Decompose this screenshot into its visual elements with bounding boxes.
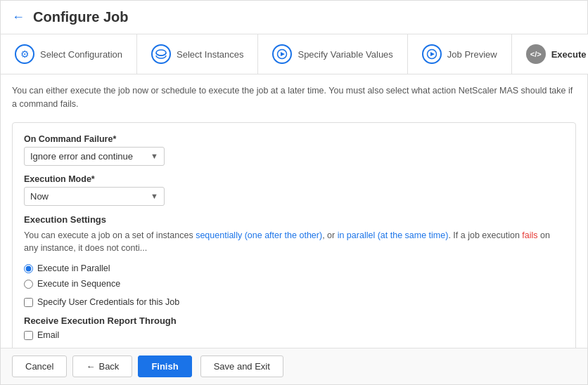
command-failure-chevron: ▼: [151, 152, 158, 160]
tab-select-configuration-label: Select Configuration: [40, 49, 122, 60]
radio-sequence-input[interactable]: [24, 280, 33, 289]
page-title: Configure Job: [33, 9, 129, 25]
command-failure-group: On Command Failure* Ignore error and con…: [24, 134, 564, 166]
radio-parallel-label: Execute in Parallel: [37, 263, 110, 273]
svg-marker-2: [281, 52, 285, 56]
cancel-button[interactable]: Cancel: [12, 355, 67, 377]
execution-mode-select[interactable]: Now ▼: [24, 187, 165, 206]
email-checkbox-label: Email: [37, 330, 59, 340]
radio-sequence-label: Execute in Sequence: [37, 279, 120, 289]
tab-job-preview-label: Job Preview: [447, 49, 497, 60]
email-checkbox-item[interactable]: Email: [24, 330, 564, 340]
main-content: You can either execute the job now or sc…: [1, 74, 587, 348]
tab-variable-icon: [272, 44, 292, 64]
execution-settings-title: Execution Settings: [24, 214, 564, 225]
email-checkbox-input[interactable]: [24, 331, 33, 340]
tab-config-icon: ⚙: [15, 44, 34, 64]
save-exit-button[interactable]: Save and Exit: [200, 355, 283, 377]
execution-mode-group: Execution Mode* Now ▼: [24, 174, 564, 206]
svg-marker-4: [430, 52, 435, 56]
finish-button[interactable]: Finish: [138, 355, 191, 377]
back-label: Back: [98, 361, 119, 372]
command-failure-value: Ignore error and continue: [30, 151, 133, 162]
execution-mode-radio-group: Execute in Parallel Execute in Sequence: [24, 263, 564, 289]
execution-mode-label: Execution Mode*: [24, 174, 564, 184]
tab-execute-icon: </>: [526, 44, 546, 64]
tab-execute[interactable]: </> Execute: [512, 34, 588, 74]
tab-specify-variable[interactable]: Specify Variable Values: [258, 34, 407, 74]
radio-parallel[interactable]: Execute in Parallel: [24, 263, 564, 273]
execution-mode-chevron: ▼: [151, 192, 158, 200]
command-failure-select[interactable]: Ignore error and continue ▼: [24, 147, 165, 166]
back-arrow-icon: ←: [86, 361, 95, 372]
intro-text: You can either execute the job now or sc…: [12, 84, 576, 111]
tab-select-instances-label: Select Instances: [177, 49, 243, 60]
back-button[interactable]: ← Back: [72, 355, 132, 377]
receive-report-title: Receive Execution Report Through: [24, 315, 564, 326]
execution-settings-desc: You can execute a job on a set of instan…: [24, 229, 564, 256]
header: ← Configure Job: [1, 1, 587, 34]
credentials-checkbox-item[interactable]: Specify User Credentials for this Job: [24, 297, 564, 307]
form-section: On Command Failure* Ignore error and con…: [12, 122, 576, 348]
tab-preview-icon: [422, 44, 442, 64]
credentials-checkbox-input[interactable]: [24, 298, 33, 307]
tab-select-configuration[interactable]: ⚙ Select Configuration: [1, 34, 137, 74]
radio-parallel-input[interactable]: [24, 264, 33, 273]
execution-mode-value: Now: [30, 191, 49, 202]
tab-specify-variable-label: Specify Variable Values: [298, 49, 392, 60]
tab-job-preview[interactable]: Job Preview: [408, 34, 512, 74]
back-icon[interactable]: ←: [12, 10, 25, 25]
radio-sequence[interactable]: Execute in Sequence: [24, 279, 564, 289]
receive-section: Receive Execution Report Through Email: [24, 315, 564, 340]
tabs-bar: ⚙ Select Configuration Select Instances …: [1, 34, 587, 74]
credentials-checkbox-label: Specify User Credentials for this Job: [37, 297, 179, 307]
command-failure-label: On Command Failure*: [24, 134, 564, 144]
tab-select-instances[interactable]: Select Instances: [137, 34, 258, 74]
page-wrapper: ← Configure Job ⚙ Select Configuration S…: [0, 0, 588, 385]
tab-instances-icon: [151, 44, 171, 64]
tab-execute-label: Execute: [551, 49, 587, 60]
footer: Cancel ← Back Finish Save and Exit: [1, 348, 587, 384]
